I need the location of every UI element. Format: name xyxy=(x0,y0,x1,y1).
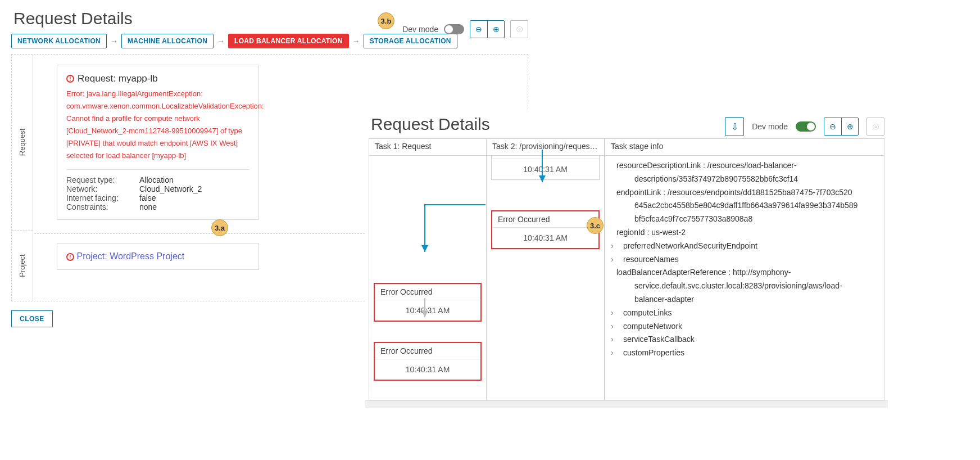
download-icon: ⇩ xyxy=(731,121,738,132)
project-card: ! Project: WordPress Project xyxy=(57,243,259,270)
task1-body[interactable]: Error Occurred 10:40:31 AM Error Occurre… xyxy=(369,156,486,400)
zoom-in-icon: ⊕ xyxy=(842,118,858,135)
request-details-panel-dev: Request Details ⇩ Dev mode ⊖ ⊕ ⦾ Task 1:… xyxy=(365,109,888,408)
stage-info-line: regionId : us-west-2 xyxy=(610,226,879,240)
stage-info-line: bf5cfca4c9f7cc75577303a8908a8 xyxy=(610,213,879,226)
flow-error-box[interactable]: Error Occurred 10:40:31 AM xyxy=(374,342,482,381)
caret-icon: › xyxy=(616,320,622,333)
caret-icon: › xyxy=(616,346,622,360)
caret-icon: › xyxy=(616,333,622,346)
request-error-text: Error: java.lang.IllegalArgumentExceptio… xyxy=(66,88,249,163)
stage-info-line[interactable]: ›preferredNetworkAndSecurityEndpoint xyxy=(610,240,879,253)
project-link[interactable]: Project: WordPress Project xyxy=(76,251,184,261)
error-icon: ! xyxy=(66,253,74,261)
zoom-out-icon: ⊖ xyxy=(470,21,487,38)
kv-row: Constraints:none xyxy=(66,202,249,211)
error-icon: ! xyxy=(66,75,74,83)
stage-info-line: loadBalancerAdapterReference : http://sy… xyxy=(610,266,879,279)
stage-info-line[interactable]: ›serviceTaskCallback xyxy=(610,333,879,346)
close-button[interactable]: CLOSE xyxy=(11,310,53,327)
stage-info-line: endpointLink : /resources/endpoints/dd18… xyxy=(610,186,879,200)
flow-error-box[interactable]: Error Occurred 10:40:31 AM xyxy=(491,210,600,249)
zoom-out-button[interactable]: ⊖ xyxy=(824,118,841,135)
kv-row: Request type:Allocation xyxy=(66,175,249,184)
stage-info-body[interactable]: resourceDescriptionLink : /resources/loa… xyxy=(605,156,884,400)
request-card: ! Request: myapp-lb Error: java.lang.Ill… xyxy=(57,65,259,220)
zoom-in-button[interactable]: ⊕ xyxy=(841,118,858,135)
caret-icon: › xyxy=(616,306,622,320)
zoom-in-button[interactable]: ⊕ xyxy=(487,21,504,38)
caret-icon: › xyxy=(616,253,622,267)
caret-icon: › xyxy=(616,240,622,253)
devmode-label: Dev mode xyxy=(402,25,438,34)
zoom-button-group: ⊖ ⊕ xyxy=(824,118,859,136)
stage-info-line: service.default.svc.cluster.local:8283/p… xyxy=(610,279,879,293)
crumb-machine[interactable]: MACHINE ALLOCATION xyxy=(121,34,214,48)
task1-column: Task 1: Request Error Occurred 10:40:31 … xyxy=(369,138,487,400)
devmode-toggle-on[interactable] xyxy=(796,121,816,132)
zoom-out-icon: ⊖ xyxy=(824,118,841,135)
annotation-badge: 3.a xyxy=(211,219,228,236)
task2-column: Task 2: /provisioning/requests/l... 10:4… xyxy=(487,138,605,400)
stage-info-line: balancer-adapter xyxy=(610,293,879,306)
stage-info-column: Task stage info resourceDescriptionLink … xyxy=(605,138,884,400)
request-card-heading: Request: myapp-lb xyxy=(78,73,158,84)
crumb-network[interactable]: NETWORK ALLOCATION xyxy=(11,34,107,48)
zoom-out-button[interactable]: ⊖ xyxy=(470,21,487,38)
flow-error-box[interactable]: Error Occurred 10:40:31 AM xyxy=(374,283,482,322)
kv-row: Network:Cloud_Network_2 xyxy=(66,184,249,193)
kv-row: Internet facing:false xyxy=(66,193,249,202)
devmode-toggle-off[interactable] xyxy=(444,24,464,34)
zoom-reset-icon: ⦾ xyxy=(867,118,884,135)
zoom-reset-button[interactable]: ⦾ xyxy=(867,118,884,135)
stage-info-line[interactable]: ›resourceNames xyxy=(610,253,879,267)
stage-info-line: 645ac2cbc4558b5e804c9daff1ffb6643a979614… xyxy=(610,199,879,213)
stage-info-line[interactable]: ›customProperties xyxy=(610,346,879,360)
stage-info-line: descriptions/353f374972b89075582bb6fc3cf… xyxy=(610,173,879,186)
zoom-in-icon: ⊕ xyxy=(488,21,504,38)
zoom-button-group: ⊖ ⊕ xyxy=(470,20,505,38)
crumb-arrow-icon: → xyxy=(216,37,226,46)
horizontal-scrollbar[interactable] xyxy=(365,400,888,408)
task2-body[interactable]: 10:40:31 AM Error Occurred 10:40:31 AM xyxy=(487,156,604,400)
stage-info-line[interactable]: ›computeLinks xyxy=(610,306,879,320)
download-button[interactable]: ⇩ xyxy=(725,117,744,136)
side-tab-project[interactable]: Project xyxy=(12,230,33,301)
devmode-label: Dev mode xyxy=(752,122,788,131)
flow-box[interactable]: 10:40:31 AM xyxy=(491,156,600,180)
side-tab-request[interactable]: Request xyxy=(12,55,33,230)
stage-info-line[interactable]: ›computeNetwork xyxy=(610,320,879,333)
task1-header: Task 1: Request xyxy=(369,139,486,156)
zoom-reset-button[interactable]: ⦾ xyxy=(511,21,528,38)
zoom-reset-icon: ⦾ xyxy=(511,21,528,38)
crumb-arrow-icon: → xyxy=(109,37,119,46)
annotation-badge: 3.c xyxy=(587,217,604,234)
crumb-loadbalancer[interactable]: LOAD BALANCER ALLOCATION xyxy=(228,34,349,48)
zoom-reset-group: ⦾ xyxy=(866,118,884,136)
crumb-arrow-icon: → xyxy=(351,37,361,46)
zoom-reset-group: ⦾ xyxy=(510,20,528,38)
stage-info-line: resourceDescriptionLink : /resources/loa… xyxy=(610,159,879,173)
stage-info-header: Task stage info xyxy=(605,139,884,156)
annotation-badge: 3.b xyxy=(378,12,394,29)
task2-header: Task 2: /provisioning/requests/l... xyxy=(487,139,604,156)
